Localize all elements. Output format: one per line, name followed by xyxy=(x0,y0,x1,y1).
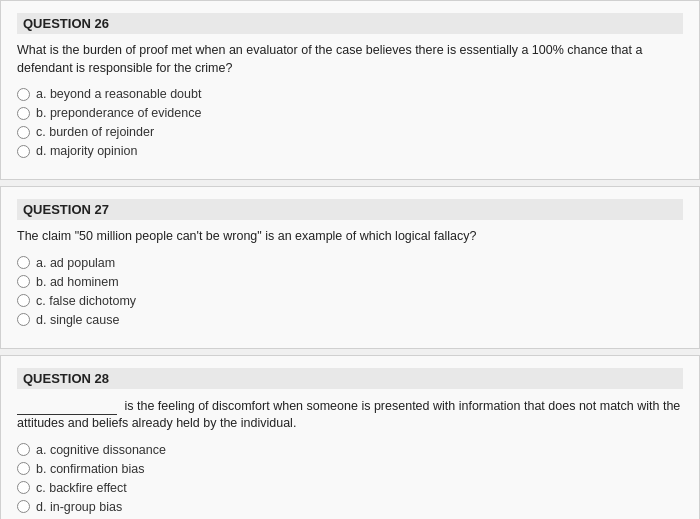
option-label: a. beyond a reasonable doubt xyxy=(36,87,201,101)
list-item: b. preponderance of evidence xyxy=(17,106,683,120)
option-label: c. false dichotomy xyxy=(36,294,136,308)
list-item: c. burden of rejoinder xyxy=(17,125,683,139)
list-item: a. cognitive dissonance xyxy=(17,443,683,457)
page-container: QUESTION 26 What is the burden of proof … xyxy=(0,0,700,519)
question-28-number: QUESTION 28 xyxy=(17,368,683,389)
radio-button[interactable] xyxy=(17,500,30,513)
radio-button[interactable] xyxy=(17,88,30,101)
radio-button[interactable] xyxy=(17,443,30,456)
option-label: b. preponderance of evidence xyxy=(36,106,201,120)
question-27-text: The claim "50 million people can't be wr… xyxy=(17,228,683,246)
option-label: b. ad hominem xyxy=(36,275,119,289)
list-item: b. ad hominem xyxy=(17,275,683,289)
blank-field xyxy=(17,397,117,416)
option-label: a. ad populam xyxy=(36,256,115,270)
list-item: c. false dichotomy xyxy=(17,294,683,308)
option-label: b. confirmation bias xyxy=(36,462,144,476)
list-item: a. beyond a reasonable doubt xyxy=(17,87,683,101)
question-block-28: QUESTION 28 is the feeling of discomfort… xyxy=(0,355,700,520)
list-item: d. in-group bias xyxy=(17,500,683,514)
option-label: d. majority opinion xyxy=(36,144,137,158)
question-27-options: a. ad populam b. ad hominem c. false dic… xyxy=(17,256,683,327)
radio-button[interactable] xyxy=(17,256,30,269)
list-item: c. backfire effect xyxy=(17,481,683,495)
list-item: b. confirmation bias xyxy=(17,462,683,476)
question-28-text: is the feeling of discomfort when someon… xyxy=(17,397,683,433)
radio-button[interactable] xyxy=(17,462,30,475)
question-27-number: QUESTION 27 xyxy=(17,199,683,220)
question-28-options: a. cognitive dissonance b. confirmation … xyxy=(17,443,683,514)
list-item: d. single cause xyxy=(17,313,683,327)
radio-button[interactable] xyxy=(17,107,30,120)
radio-button[interactable] xyxy=(17,294,30,307)
option-label: a. cognitive dissonance xyxy=(36,443,166,457)
list-item: a. ad populam xyxy=(17,256,683,270)
radio-button[interactable] xyxy=(17,313,30,326)
option-label: d. in-group bias xyxy=(36,500,122,514)
question-block-27: QUESTION 27 The claim "50 million people… xyxy=(0,186,700,349)
radio-button[interactable] xyxy=(17,145,30,158)
radio-button[interactable] xyxy=(17,275,30,288)
option-label: c. burden of rejoinder xyxy=(36,125,154,139)
question-26-text: What is the burden of proof met when an … xyxy=(17,42,683,77)
radio-button[interactable] xyxy=(17,126,30,139)
list-item: d. majority opinion xyxy=(17,144,683,158)
option-label: c. backfire effect xyxy=(36,481,127,495)
radio-button[interactable] xyxy=(17,481,30,494)
option-label: d. single cause xyxy=(36,313,119,327)
question-26-number: QUESTION 26 xyxy=(17,13,683,34)
question-26-options: a. beyond a reasonable doubt b. preponde… xyxy=(17,87,683,158)
question-block-26: QUESTION 26 What is the burden of proof … xyxy=(0,0,700,180)
